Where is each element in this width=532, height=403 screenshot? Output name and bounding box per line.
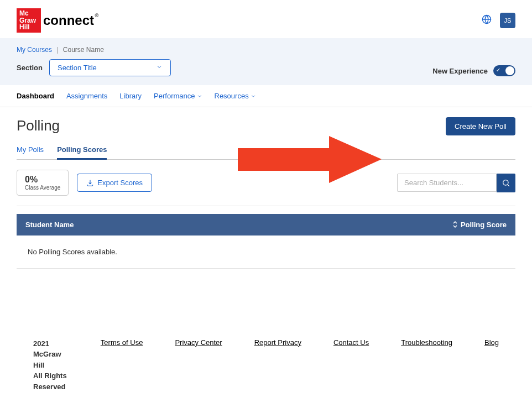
connect-logo-text: connect <box>43 13 94 28</box>
class-average-value: 0% <box>25 175 60 185</box>
tab-assignments[interactable]: Assignments <box>66 92 107 100</box>
footer: 2021 McGraw Hill All Rights Reserved Ter… <box>0 338 532 392</box>
class-average-label: Class Average <box>25 185 60 191</box>
breadcrumb-course-name: Course Name <box>63 46 104 54</box>
page-title: Polling <box>17 117 60 134</box>
avatar[interactable]: JS <box>500 13 515 28</box>
breadcrumb-separator: | <box>56 46 58 54</box>
top-right: JS <box>482 13 515 28</box>
mcgraw-hill-logo-box: Mc Graw Hill <box>17 8 41 33</box>
chevron-down-icon <box>156 64 163 72</box>
footer-link-terms[interactable]: Terms of Use <box>101 338 143 347</box>
footer-link-blog[interactable]: Blog <box>484 338 499 347</box>
column-polling-score[interactable]: Polling Score <box>452 221 507 229</box>
breadcrumb: My Courses | Course Name <box>17 46 171 54</box>
footer-links: Terms of Use Privacy Center Report Priva… <box>101 338 499 347</box>
section-row: Section Section Title <box>17 59 171 76</box>
top-header: Mc Graw Hill connect JS <box>0 0 532 38</box>
section-label: Section <box>17 64 43 72</box>
class-average-card: 0% Class Average <box>17 170 69 196</box>
section-select[interactable]: Section Title <box>49 59 171 76</box>
search-students-input[interactable] <box>397 174 497 192</box>
search-icon <box>502 179 510 187</box>
search-wrap <box>397 174 515 192</box>
subtab-polling-scores[interactable]: Polling Scores <box>57 145 107 160</box>
empty-state: No Polling Scores available. <box>17 235 515 269</box>
new-experience-label: New Experience <box>432 67 488 75</box>
footer-link-troubleshooting[interactable]: Troubleshooting <box>401 338 452 347</box>
tab-library[interactable]: Library <box>119 92 142 100</box>
tab-performance[interactable]: Performance <box>154 92 202 100</box>
export-scores-button[interactable]: Export Scores <box>77 174 152 192</box>
search-button[interactable] <box>497 174 515 192</box>
new-experience-toggle[interactable]: ✓ <box>493 65 515 76</box>
check-icon: ✓ <box>496 67 500 73</box>
footer-link-privacy-center[interactable]: Privacy Center <box>175 338 222 347</box>
globe-icon[interactable] <box>482 14 492 27</box>
footer-link-report-privacy[interactable]: Report Privacy <box>254 338 301 347</box>
tab-dashboard[interactable]: Dashboard <box>17 92 54 100</box>
svg-line-2 <box>508 185 509 186</box>
scores-row: 0% Class Average Export Scores <box>17 160 515 206</box>
chevron-down-icon <box>251 93 256 99</box>
footer-link-contact[interactable]: Contact Us <box>333 338 369 347</box>
subtab-my-polls[interactable]: My Polls <box>17 145 44 159</box>
brand-logo[interactable]: Mc Graw Hill connect <box>17 8 94 33</box>
download-icon <box>86 179 94 187</box>
breadcrumb-my-courses[interactable]: My Courses <box>17 46 52 54</box>
avatar-initials: JS <box>504 17 512 24</box>
chevron-down-icon <box>197 93 202 99</box>
create-new-poll-button[interactable]: Create New Poll <box>446 117 515 135</box>
column-student-name[interactable]: Student Name <box>25 221 74 229</box>
toggle-knob <box>505 66 514 75</box>
footer-copyright: 2021 McGraw Hill All Rights Reserved <box>33 338 73 392</box>
export-scores-label: Export Scores <box>97 179 143 187</box>
breadcrumb-bar: My Courses | Course Name Section Section… <box>0 38 532 85</box>
nav-tabs: Dashboard Assignments Library Performanc… <box>0 85 532 107</box>
sub-tabs: My Polls Polling Scores <box>17 145 515 160</box>
sort-icon <box>452 221 458 229</box>
tab-resources[interactable]: Resources <box>215 92 256 100</box>
svg-point-1 <box>503 180 508 185</box>
table-header: Student Name Polling Score <box>17 214 515 235</box>
section-value: Section Title <box>58 64 97 72</box>
main-content: Polling Create New Poll My Polls Polling… <box>0 107 532 279</box>
